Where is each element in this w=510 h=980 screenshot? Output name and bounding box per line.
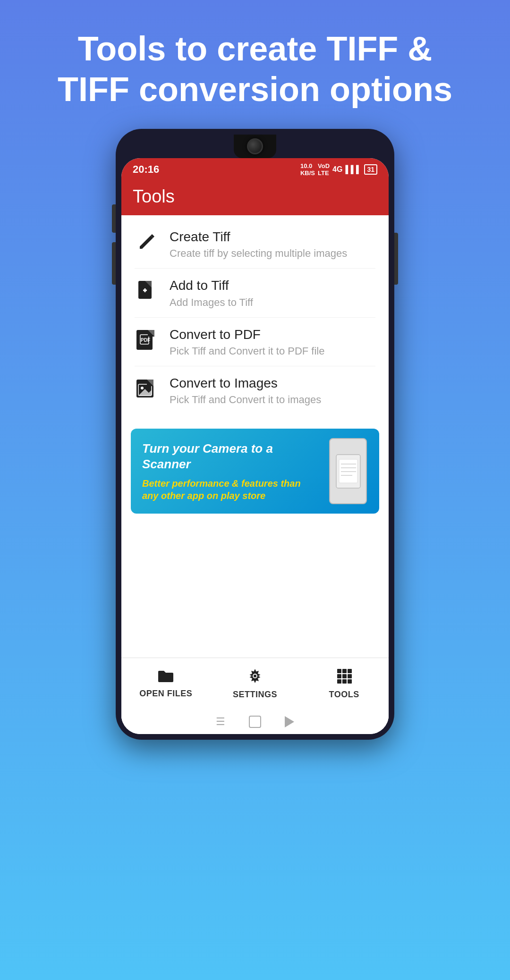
app-header: Tools [121, 181, 389, 215]
image-icon [135, 376, 159, 400]
bottom-nav: OPEN FILES SETTINGS [121, 658, 389, 710]
convert-pdf-text: Convert to PDF Pick Tiff and Convert it … [170, 326, 325, 357]
status-bar: 20:16 10.0KB/S VoDLTE 4G ▌▌▌ 31 [121, 158, 389, 181]
menu-item-convert-images[interactable]: Convert to Images Pick Tiff and Convert … [121, 366, 389, 414]
convert-pdf-subtitle: Pick Tiff and Convert it to PDF file [170, 345, 325, 357]
add-to-tiff-text: Add to Tiff Add Images to Tiff [170, 277, 253, 308]
svg-rect-31 [337, 679, 341, 684]
banner-phone-image [315, 433, 372, 509]
svg-rect-30 [348, 674, 352, 678]
add-to-tiff-subtitle: Add Images to Tiff [170, 296, 253, 309]
phone-screen: 20:16 10.0KB/S VoDLTE 4G ▌▌▌ 31 Tools [121, 158, 389, 734]
svg-rect-25 [337, 669, 341, 673]
side-button-volume-down [112, 242, 116, 285]
pencil-icon [135, 229, 159, 254]
svg-text:PDF: PDF [141, 338, 150, 343]
hero-title: Tools to create TIFF & TIFF conversion o… [0, 0, 510, 129]
content-area: Create Tiff Create tiff by selecting mul… [121, 215, 389, 734]
grid-icon [336, 668, 352, 686]
nav-tools-label: TOOLS [329, 690, 359, 700]
banner-text-area: Turn your Camera to a Scanner Better per… [131, 431, 315, 512]
phone-mockup: 20:16 10.0KB/S VoDLTE 4G ▌▌▌ 31 Tools [116, 129, 394, 740]
svg-point-24 [254, 675, 256, 677]
create-tiff-text: Create Tiff Create tiff by selecting mul… [170, 228, 347, 260]
menu-home-icon: ☰ [216, 716, 225, 728]
convert-images-title: Convert to Images [170, 375, 321, 392]
svg-point-12 [141, 387, 144, 389]
create-tiff-subtitle: Create tiff by selecting multiple images [170, 247, 347, 260]
svg-rect-17 [339, 459, 357, 483]
nav-item-tools[interactable]: TOOLS [299, 663, 389, 704]
menu-item-convert-pdf[interactable]: PDF Convert to PDF Pick Tiff and Convert… [121, 318, 389, 366]
svg-rect-27 [348, 669, 352, 673]
network-speed: 10.0KB/S [300, 162, 315, 177]
camera-bump [234, 135, 276, 158]
convert-images-text: Convert to Images Pick Tiff and Convert … [170, 375, 321, 406]
status-time: 20:16 [133, 163, 159, 176]
signal-4g: 4G [332, 165, 342, 174]
nav-item-settings[interactable]: SETTINGS [211, 663, 300, 704]
menu-item-add-to-tiff[interactable]: Add to Tiff Add Images to Tiff [121, 269, 389, 317]
app-title: Tools [133, 186, 175, 206]
folder-icon [157, 669, 174, 685]
svg-rect-32 [342, 679, 347, 684]
menu-list: Create Tiff Create tiff by selecting mul… [121, 215, 389, 420]
svg-rect-29 [342, 674, 347, 678]
banner-subtitle: Better performance & features than any o… [142, 477, 304, 502]
nav-settings-label: SETTINGS [233, 690, 277, 700]
nav-open-files-label: OPEN FILES [139, 689, 192, 699]
convert-pdf-title: Convert to PDF [170, 326, 325, 343]
svg-rect-26 [342, 669, 347, 673]
add-to-tiff-title: Add to Tiff [170, 277, 253, 294]
svg-rect-28 [337, 674, 341, 678]
scanner-phone-preview [329, 438, 367, 504]
back-triangle-icon[interactable] [285, 716, 294, 727]
home-indicator-bar: ☰ [121, 710, 389, 734]
side-button-power [394, 233, 398, 285]
convert-images-subtitle: Pick Tiff and Convert it to images [170, 394, 321, 406]
file-add-icon [135, 278, 159, 303]
status-icons: 10.0KB/S VoDLTE 4G ▌▌▌ 31 [300, 162, 377, 177]
gear-icon [247, 668, 263, 686]
home-square-icon[interactable] [249, 716, 261, 728]
nav-item-open-files[interactable]: OPEN FILES [121, 664, 211, 703]
banner-title: Turn your Camera to a Scanner [142, 441, 304, 473]
menu-item-create-tiff[interactable]: Create Tiff Create tiff by selecting mul… [121, 220, 389, 268]
svg-rect-33 [348, 679, 352, 684]
side-button-volume-up [112, 204, 116, 233]
carrier-icon: VoDLTE [318, 162, 330, 177]
camera-lens [247, 138, 263, 154]
battery-icon: 31 [364, 164, 377, 175]
content-spacer [121, 523, 389, 657]
pdf-icon: PDF [135, 327, 159, 352]
signal-bars-icon: ▌▌▌ [345, 165, 361, 174]
create-tiff-title: Create Tiff [170, 228, 347, 245]
banner-ad[interactable]: Turn your Camera to a Scanner Better per… [131, 429, 379, 514]
phone-body: 20:16 10.0KB/S VoDLTE 4G ▌▌▌ 31 Tools [116, 129, 394, 740]
